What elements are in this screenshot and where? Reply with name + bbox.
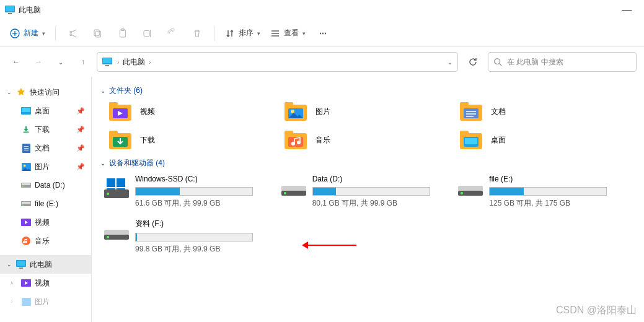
sidebar-quick-access[interactable]: ⌄ 快速访问 — [0, 83, 91, 102]
drive-freespace: 99.8 GB 可用, 共 99.9 GB — [135, 244, 253, 255]
window-title: 此电脑 — [19, 5, 41, 15]
folder-label: 图片 — [315, 107, 330, 117]
rename-button[interactable] — [136, 24, 159, 43]
sidebar-item-desktop[interactable]: 桌面📌 — [0, 102, 91, 120]
drive-usage-bar — [489, 187, 607, 196]
search-placeholder: 在 此电脑 中搜索 — [507, 57, 563, 67]
sidebar-pc-pictures[interactable]: ›图片 — [0, 292, 91, 311]
drive-usage-bar — [135, 187, 253, 196]
more-button[interactable]: ⋯ — [312, 24, 334, 43]
svg-rect-21 — [22, 108, 30, 112]
svg-rect-49 — [460, 102, 469, 107]
section-devices-label: 设备和驱动器 (4) — [109, 158, 165, 168]
drive-item[interactable]: file (E:)125 GB 可用, 共 175 GB — [458, 175, 635, 209]
video-icon — [21, 278, 31, 288]
pc-icon — [102, 58, 112, 66]
drive-name: Data (D:) — [312, 175, 430, 183]
sidebar-item-documents[interactable]: 文档📌 — [0, 139, 91, 157]
section-folders-header[interactable]: ⌄ 文件夹 (6) — [100, 85, 635, 96]
back-button[interactable]: ← — [7, 53, 25, 71]
star-icon — [16, 87, 26, 97]
svg-rect-38 — [19, 268, 23, 269]
section-folders-label: 文件夹 (6) — [109, 85, 143, 96]
sidebar-item-music[interactable]: 音乐 — [0, 232, 91, 250]
copy-button[interactable] — [87, 24, 109, 43]
svg-rect-42 — [109, 102, 118, 107]
sidebar-item-downloads[interactable]: 下载📌 — [0, 120, 91, 139]
drive-freespace: 61.6 GB 可用, 共 99.9 GB — [135, 198, 253, 209]
drive-item[interactable]: Data (D:)80.1 GB 可用, 共 99.9 GB — [281, 175, 459, 209]
annotation-arrow — [307, 245, 356, 246]
plus-icon — [10, 28, 20, 38]
search-icon — [493, 58, 502, 66]
sidebar-item-data-d[interactable]: Data (D:) — [0, 176, 91, 194]
svg-rect-32 — [22, 202, 30, 204]
forward-button[interactable]: → — [30, 53, 47, 71]
folder-item[interactable]: 视频 — [109, 102, 285, 121]
new-button[interactable]: 新建 ▾ — [6, 25, 49, 41]
nav-row: ← → ⌄ ↑ › 此电脑 › ⌄ 在 此电脑 中搜索 — [0, 47, 644, 77]
minimize-button[interactable]: — — [614, 4, 639, 15]
sort-button[interactable]: 排序 ▾ — [221, 25, 264, 41]
sidebar-pc-videos[interactable]: ›视频 — [0, 274, 91, 292]
svg-rect-29 — [22, 183, 30, 185]
separator — [214, 26, 215, 41]
svg-point-27 — [23, 164, 25, 167]
svg-rect-69 — [117, 178, 125, 187]
folder-item[interactable]: 桌面 — [460, 131, 635, 149]
sidebar-pc-label: 此电脑 — [30, 259, 52, 270]
sidebar-item-file-e[interactable]: file (E:) — [0, 194, 91, 213]
sidebar-quick-label: 快速访问 — [30, 87, 60, 98]
sidebar-item-videos[interactable]: 视频 — [0, 213, 91, 232]
sidebar: ⌄ 快速访问 桌面📌 下载📌 文档📌 图片📌 Data (D:) file (E… — [0, 77, 92, 322]
chevron-down-icon[interactable]: ⌄ — [448, 59, 452, 66]
pc-icon — [16, 259, 26, 269]
chevron-down-icon: ▾ — [302, 30, 306, 37]
folder-item[interactable]: 图片 — [285, 102, 460, 121]
drive-item[interactable]: 资料 (F:)99.8 GB 可用, 共 99.9 GB — [104, 219, 281, 255]
sidebar-item-pictures[interactable]: 图片📌 — [0, 157, 91, 176]
paste-button[interactable] — [112, 24, 134, 43]
svg-rect-6 — [95, 31, 100, 37]
drive-item[interactable]: Windows-SSD (C:)61.6 GB 可用, 共 99.9 GB — [104, 175, 281, 209]
svg-rect-58 — [285, 131, 293, 136]
folder-item[interactable]: 音乐 — [285, 131, 460, 149]
refresh-button[interactable] — [463, 52, 483, 72]
svg-rect-2 — [8, 13, 12, 14]
svg-rect-70 — [107, 188, 115, 189]
main-content: ⌄ 文件夹 (6) 视频图片文档下载音乐桌面 ⌄ 设备和驱动器 (4) Wind… — [92, 77, 644, 322]
svg-line-19 — [500, 64, 502, 66]
svg-rect-45 — [285, 102, 293, 107]
sort-label: 排序 — [239, 28, 254, 38]
video-icon — [21, 217, 31, 227]
svg-point-18 — [495, 59, 500, 64]
breadcrumb[interactable]: › 此电脑 › — [117, 57, 151, 67]
view-label: 查看 — [284, 28, 299, 38]
crumb-root[interactable]: 此电脑 — [123, 57, 145, 67]
section-devices-header[interactable]: ⌄ 设备和驱动器 (4) — [100, 158, 635, 168]
new-label: 新建 — [24, 28, 38, 38]
sidebar-this-pc[interactable]: ⌄ 此电脑 — [0, 255, 91, 274]
folder-item[interactable]: 下载 — [109, 131, 285, 149]
up-button[interactable]: ↑ — [74, 53, 92, 71]
share-button[interactable] — [161, 24, 183, 43]
recent-button[interactable]: ⌄ — [52, 53, 69, 71]
toolbar: 新建 ▾ 排序 ▾ 查看 ▾ ⋯ — [0, 20, 644, 47]
search-input[interactable]: 在 此电脑 中搜索 — [488, 52, 637, 72]
svg-rect-17 — [105, 65, 109, 66]
svg-rect-1 — [6, 6, 14, 11]
cut-button[interactable] — [62, 24, 84, 43]
view-button[interactable]: 查看 ▾ — [267, 25, 309, 41]
view-icon — [270, 28, 280, 38]
chevron-down-icon: ▾ — [42, 30, 45, 37]
svg-rect-40 — [22, 298, 31, 306]
chevron-right-icon: › — [9, 280, 15, 286]
delete-button[interactable] — [186, 24, 208, 43]
picture-icon — [21, 162, 31, 172]
drive-icon — [21, 199, 31, 209]
svg-rect-7 — [94, 30, 99, 36]
separator — [55, 26, 56, 41]
folder-label: 桌面 — [491, 135, 506, 146]
folder-item[interactable]: 文档 — [460, 102, 635, 121]
address-bar[interactable]: › 此电脑 › ⌄ — [97, 52, 458, 72]
